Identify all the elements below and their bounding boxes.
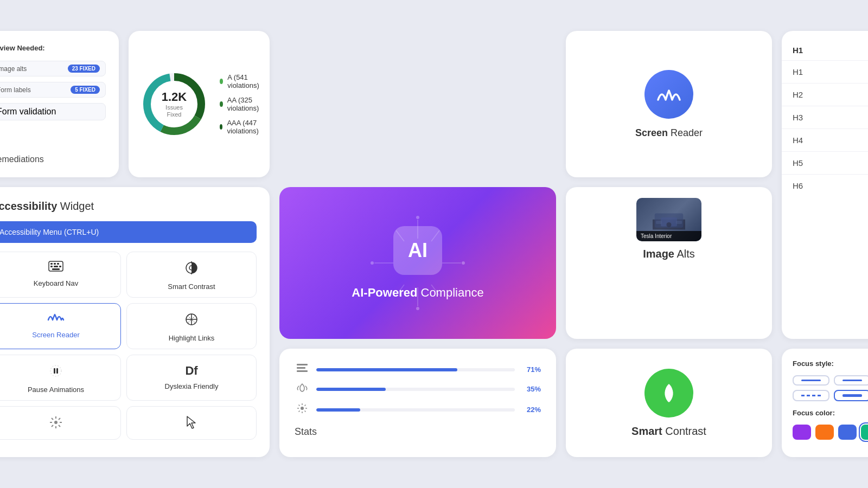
remediations-card: Review Needed: Image alts 23 FIXED Form …: [0, 31, 119, 177]
svg-rect-22: [54, 368, 55, 374]
stats-title: Stats: [295, 426, 541, 438]
widget-smart-contrast-label: Smart Contrast: [168, 282, 215, 291]
widget-screen-reader-item[interactable]: Screen Reader: [0, 303, 121, 349]
pause-icon: [49, 364, 63, 381]
focus-style-solid[interactable]: [793, 375, 829, 386]
svg-line-59: [299, 405, 300, 406]
focus-style-solid-thick[interactable]: [834, 375, 868, 386]
heading-h5[interactable]: H5: [782, 152, 868, 175]
stats-bar-fill-2: [316, 388, 386, 391]
widget-highlight-links[interactable]: Highlight Links: [126, 303, 257, 349]
svg-rect-8: [50, 266, 53, 267]
headings-card: H1 ⌄ H1 H2 H3 H4 H5 H6: [782, 31, 868, 339]
focus-line-thick-2: [843, 380, 862, 381]
accessibility-menu-bar[interactable]: Accessibility Menu (CTRL+U): [0, 221, 257, 243]
focus-colors-row: [793, 425, 868, 440]
image-caption: Tesla Interior: [636, 231, 701, 241]
focus-color-label: Focus color:: [793, 409, 868, 417]
widget-keyboard-nav[interactable]: Keyboard Nav: [0, 252, 121, 298]
svg-point-42: [416, 307, 419, 310]
smart-contrast-card: Smart Contrast: [566, 349, 772, 457]
heading-dropdown[interactable]: H1 ⌄: [782, 40, 868, 61]
donut-chart: 1.2K IssuesFixed: [142, 72, 207, 137]
screen-reader-icon-circle: [644, 70, 693, 119]
accessibility-widget-card: Accessibility Widget Accessibility Menu …: [0, 187, 270, 457]
remediation-row-form-labels: Form labels 5 FIXED: [0, 82, 106, 98]
focus-color-blue[interactable]: [838, 425, 857, 440]
svg-line-61: [305, 405, 306, 406]
stats-bar-bg-3: [316, 408, 515, 412]
svg-rect-5: [50, 263, 53, 265]
focus-color-green[interactable]: [861, 425, 868, 440]
screen-reader-wave-icon: [47, 312, 65, 326]
stats-bar-bg-2: [316, 388, 515, 391]
ai-title: AI-Powered Compliance: [352, 286, 483, 300]
legend-dot-a: [220, 79, 223, 84]
legend-label-aaa: AAA (447 violations): [227, 119, 261, 135]
svg-line-29: [52, 418, 53, 420]
svg-line-30: [59, 425, 60, 427]
legend-label-a: A (541 violations): [227, 73, 261, 89]
stats-icon-1: [295, 364, 310, 375]
focus-style-block[interactable]: [834, 390, 868, 401]
cursor-icon: [186, 415, 197, 433]
donut-number: 1.2K: [162, 90, 187, 104]
review-label: Review Needed:: [0, 44, 106, 52]
focus-color-purple[interactable]: [793, 425, 811, 440]
widget-pause-animations[interactable]: Pause Animations: [0, 355, 121, 401]
svg-point-48: [667, 222, 672, 227]
smart-contrast-icon-circle: [644, 369, 693, 418]
svg-rect-10: [59, 266, 61, 267]
keyboard-icon: [48, 261, 63, 275]
stats-row-2: 35%: [295, 383, 541, 395]
widget-item-7[interactable]: [0, 406, 121, 440]
svg-line-32: [52, 425, 53, 427]
heading-h1[interactable]: H1: [782, 61, 868, 84]
svg-rect-23: [56, 368, 58, 374]
stats-pct-1: 71%: [521, 365, 541, 374]
ai-label: AI: [408, 239, 427, 262]
focus-styles-card: Focus style: Focus color:: [782, 349, 868, 457]
focus-color-orange[interactable]: [815, 425, 834, 440]
svg-rect-49: [656, 221, 662, 224]
donut-center: 1.2K IssuesFixed: [162, 90, 187, 118]
focus-styles-row: [793, 375, 868, 401]
svg-rect-51: [297, 364, 308, 365]
widget-smart-contrast[interactable]: Smart Contrast: [126, 252, 257, 298]
remediation-label: Form labels: [0, 86, 31, 94]
ai-chip: AI: [393, 226, 442, 275]
heading-h2[interactable]: H2: [782, 84, 868, 106]
widget-items-grid: Keyboard Nav Smart Contrast: [0, 252, 257, 440]
heading-h6[interactable]: H6: [782, 175, 868, 197]
stats-row-3: 22%: [295, 403, 541, 416]
focus-line-solid: [801, 380, 821, 381]
screen-reader-title: Screen Reader: [635, 127, 703, 139]
focus-line-dashed: [801, 395, 821, 396]
legend-dot-aa: [220, 101, 223, 107]
legend-aa: AA (325 violations): [220, 96, 261, 112]
svg-point-24: [54, 421, 58, 424]
focus-style-dashed[interactable]: [793, 390, 829, 401]
widget-dyslexia-friendly[interactable]: Df Dyslexia Friendly: [126, 355, 257, 401]
remediation-row-image-alts: Image alts 23 FIXED: [0, 61, 106, 76]
svg-point-54: [301, 407, 304, 410]
image-alts-title: Image Alts: [643, 248, 695, 260]
legend-label-aa: AA (325 violations): [227, 96, 261, 112]
heading-h1-label: H1: [793, 46, 803, 55]
smart-contrast-icon: [184, 261, 199, 278]
svg-point-43: [371, 261, 374, 265]
stats-bar-bg-1: [316, 368, 515, 371]
legend-a: A (541 violations): [220, 73, 261, 89]
starburst-icon: [49, 415, 63, 433]
svg-point-41: [416, 216, 419, 219]
widget-item-8[interactable]: [126, 406, 257, 440]
screen-reader-card: Screen Reader: [566, 31, 772, 177]
heading-h3[interactable]: H3: [782, 106, 868, 129]
svg-rect-53: [297, 370, 308, 372]
heading-h4[interactable]: H4: [782, 129, 868, 152]
main-grid: Review Needed: Image alts 23 FIXED Form …: [0, 9, 868, 479]
highlight-links-icon: [184, 312, 199, 330]
stats-card: 71% 35%: [279, 349, 556, 457]
svg-line-60: [305, 411, 306, 412]
stats-row-1: 71%: [295, 364, 541, 375]
